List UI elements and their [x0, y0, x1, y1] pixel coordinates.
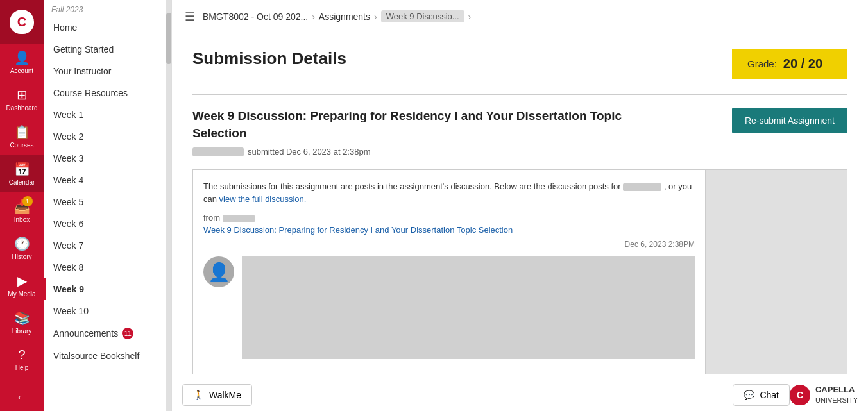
submission-meta: submitted Dec 6, 2023 at 2:38pm [192, 147, 642, 156]
submitter-name-blurred [192, 147, 244, 156]
discussion-from: from [203, 213, 695, 222]
breadcrumb-sep-1: › [312, 12, 315, 22]
sidebar-item-calendar[interactable]: 📅 Calendar [0, 155, 44, 192]
sidebar-item-dashboard[interactable]: ⊞ Dashboard [0, 81, 44, 118]
page-header: Submission Details Grade: 20 / 20 [192, 49, 847, 79]
account-icon: 👤 [14, 50, 30, 65]
capella-text: CAPELLA UNIVERSITY [815, 385, 858, 405]
help-icon: ? [18, 348, 25, 362]
courses-icon: 📋 [14, 124, 30, 140]
breadcrumb-course[interactable]: BMGT8002 - Oct 09 202... [203, 12, 308, 22]
inbox-icon-wrap: 📥 1 [14, 199, 30, 214]
sidebar-bottom: ← [0, 383, 44, 411]
avatar-icon: 👤 [208, 262, 230, 283]
course-nav-week-10[interactable]: Week 10 [44, 300, 165, 322]
hamburger-button[interactable]: ☰ [182, 7, 198, 26]
discussion-timestamp: Dec 6, 2023 2:38PM [203, 240, 695, 249]
course-nav-week-7[interactable]: Week 7 [44, 235, 165, 256]
calendar-icon: 📅 [14, 162, 30, 177]
course-nav-home[interactable]: Home [44, 17, 165, 38]
capella-shield-letter: C [797, 390, 803, 400]
discussion-intro: The submissions for this assignment are … [203, 180, 695, 205]
course-nav-vitalsource[interactable]: Vitalsource Bookshelf [44, 345, 165, 367]
sidebar-item-inbox[interactable]: 📥 1 Inbox [0, 192, 44, 230]
logo-shield [10, 10, 34, 34]
dashboard-icon: ⊞ [17, 87, 28, 103]
course-nav-week-9[interactable]: Week 9 [44, 278, 165, 300]
breadcrumb-sep-3: › [468, 12, 472, 22]
app-logo[interactable] [0, 0, 44, 44]
from-name-blurred [223, 215, 255, 222]
post-content-box [242, 256, 695, 359]
page-title: Submission Details [192, 49, 346, 69]
walkme-button[interactable]: 🚶 WalkMe [182, 384, 252, 406]
announcements-label: Announcements [53, 328, 118, 339]
discussion-thread-link[interactable]: Week 9 Discussion: Preparing for Residen… [203, 225, 695, 235]
assignment-section: Week 9 Discussion: Preparing for Residen… [192, 94, 847, 156]
course-nav-week-4[interactable]: Week 4 [44, 169, 165, 191]
course-nav-week-5[interactable]: Week 5 [44, 191, 165, 213]
grade-box: Grade: 20 / 20 [732, 49, 847, 79]
sidebar-item-my-media[interactable]: ▶ My Media [0, 267, 44, 304]
sidebar-item-courses[interactable]: 📋 Courses [0, 118, 44, 155]
sidebar-nav: 👤 Account ⊞ Dashboard 📋 Courses 📅 Calend… [0, 0, 44, 411]
capella-logo: C CAPELLA UNIVERSITY [790, 385, 858, 405]
history-icon: 🕐 [14, 236, 30, 251]
course-nav-getting-started[interactable]: Getting Started [44, 38, 165, 60]
discussant-name-blurred [623, 183, 661, 191]
chat-label: Chat [760, 390, 779, 400]
view-full-discussion-link[interactable]: view the full discussion. [219, 194, 307, 204]
course-sidebar-scroll: Fall 2023 Home Getting Started Your Inst… [44, 0, 171, 411]
capella-shield-icon: C [790, 385, 810, 405]
sidebar-item-history[interactable]: 🕐 History [0, 230, 44, 267]
course-nav-week-3[interactable]: Week 3 [44, 147, 165, 169]
assignment-info: Week 9 Discussion: Preparing for Residen… [192, 108, 642, 156]
discussion-right [706, 170, 847, 374]
grade-label: Grade: [747, 58, 777, 69]
resubmit-button[interactable]: Re-submit Assignment [732, 108, 847, 133]
assignment-title: Week 9 Discussion: Preparing for Residen… [192, 108, 642, 142]
content-area: Submission Details Grade: 20 / 20 Week 9… [172, 33, 868, 378]
course-nav-your-instructor[interactable]: Your Instructor [44, 60, 165, 82]
sidebar-item-library[interactable]: 📚 Library [0, 304, 44, 341]
course-nav-week-6[interactable]: Week 6 [44, 213, 165, 235]
discussion-left: The submissions for this assignment are … [193, 170, 706, 374]
collapse-icon: ← [15, 390, 28, 405]
grade-value: 20 / 20 [783, 56, 822, 71]
course-nav-week-8[interactable]: Week 8 [44, 256, 165, 278]
bottom-bar: 🚶 WalkMe 💬 Chat C CAPELLA UNIVERSITY [172, 378, 868, 411]
course-nav-week-1[interactable]: Week 1 [44, 104, 165, 126]
course-nav-week-2[interactable]: Week 2 [44, 126, 165, 147]
main-area: ☰ BMGT8002 - Oct 09 202... › Assignments… [172, 0, 868, 411]
chat-button[interactable]: 💬 Chat [733, 384, 790, 406]
course-nav-course-resources[interactable]: Course Resources [44, 82, 165, 104]
post-row: 👤 [203, 256, 695, 359]
sidebar-item-account[interactable]: 👤 Account [0, 44, 44, 81]
my-media-icon: ▶ [17, 273, 27, 289]
breadcrumb-sep-2: › [374, 12, 377, 22]
walkme-icon: 🚶 [193, 390, 204, 400]
discussion-panel: The submissions for this assignment are … [192, 169, 847, 374]
inbox-badge: 1 [22, 196, 33, 206]
walkme-label: WalkMe [209, 390, 241, 400]
breadcrumb-assignments[interactable]: Assignments [319, 12, 370, 22]
top-bar: ☰ BMGT8002 - Oct 09 202... › Assignments… [172, 0, 868, 33]
course-term: Fall 2023 [44, 0, 165, 17]
breadcrumb: BMGT8002 - Oct 09 202... › Assignments ›… [203, 10, 471, 22]
library-icon: 📚 [14, 310, 30, 326]
chat-icon: 💬 [744, 390, 754, 400]
post-avatar: 👤 [203, 256, 234, 287]
course-sidebar: Fall 2023 Home Getting Started Your Inst… [44, 0, 172, 411]
course-nav-announcements[interactable]: Announcements 11 [44, 322, 165, 345]
sidebar-item-help[interactable]: ? Help [0, 341, 44, 378]
announcements-badge: 11 [122, 328, 133, 339]
breadcrumb-current: Week 9 Discussio... [381, 10, 464, 22]
collapse-nav-button[interactable]: ← [0, 383, 44, 411]
